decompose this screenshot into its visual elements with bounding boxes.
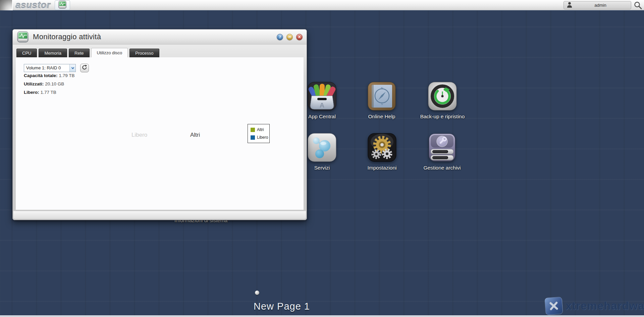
- stat-free: Libero:1.77 TB: [24, 90, 56, 95]
- refresh-icon: [82, 64, 88, 72]
- window-title: Monitoraggio attività: [33, 33, 101, 41]
- legend-swatch-libero: [251, 135, 255, 140]
- desktop-icon-label: Online Help: [358, 114, 405, 120]
- desktop-icon-label: Back-up e ripristino: [419, 114, 466, 120]
- watermark: xtremehardware.it: [545, 297, 644, 315]
- minimize-button[interactable]: [286, 34, 293, 40]
- desktop-icon-settings[interactable]: Impostazioni: [359, 132, 406, 171]
- page-indicator-dot[interactable]: [255, 291, 259, 295]
- legend-item-altri: Altri: [251, 127, 268, 132]
- storage-manager-icon: [427, 158, 457, 164]
- search-icon: [634, 5, 642, 11]
- activity-monitor-icon: [17, 31, 29, 43]
- desktop: Informazioni di sistema A App Central: [0, 11, 644, 317]
- online-help-icon: N S: [367, 107, 397, 112]
- volume-select-value: Volume 1: RAID 0: [24, 64, 69, 72]
- backup-restore-icon: [427, 107, 458, 112]
- refresh-button[interactable]: [80, 64, 89, 72]
- svg-text:A: A: [320, 102, 324, 109]
- bottom-edge-strip: [0, 315, 644, 317]
- minimize-icon: [288, 37, 291, 38]
- desktop-icon-label: Impostazioni: [359, 165, 406, 171]
- chart-legend: Altri Libero: [248, 124, 270, 143]
- pie-label-libero: Libero: [131, 132, 147, 138]
- user-menu-button[interactable]: admin: [564, 1, 631, 9]
- tab-memoria[interactable]: Memoria: [39, 49, 67, 57]
- legend-item-libero: Libero: [251, 135, 268, 140]
- user-label: admin: [573, 3, 628, 8]
- legend-swatch-altri: [251, 128, 255, 132]
- user-icon: [567, 1, 573, 9]
- app-central-icon: A: [307, 107, 337, 112]
- window-titlebar[interactable]: Monitoraggio attività ? ✕: [13, 29, 307, 45]
- window-footer: [13, 211, 306, 219]
- watermark-logo-icon: [544, 297, 563, 315]
- disk-usage-panel: Volume 1: RAID 0 Capacità totale:1.79 TB…: [16, 57, 304, 210]
- settings-icon: [367, 158, 397, 164]
- tab-cpu[interactable]: CPU: [16, 49, 37, 57]
- close-button[interactable]: ✕: [296, 34, 303, 40]
- desktop-icon-online-help[interactable]: N S Online Help: [358, 81, 405, 120]
- taskbar-task-activity-monitor[interactable]: [55, 0, 70, 10]
- stat-total-capacity: Capacità totale:1.79 TB: [24, 73, 75, 78]
- svg-text:N: N: [381, 86, 383, 90]
- pie-label-altri: Altri: [190, 132, 200, 138]
- stat-used: Utilizzati:20.10 GB: [24, 81, 64, 86]
- desktop-icon-backup-restore[interactable]: Back-up e ripristino: [419, 81, 466, 120]
- page-label: New Page 1: [231, 301, 332, 312]
- tab-rete[interactable]: Rete: [69, 49, 89, 57]
- desktop-icon-storage-manager[interactable]: Gestione archivi: [419, 132, 466, 171]
- chevron-down-icon: [69, 64, 75, 72]
- tabstrip: CPU Memoria Rete Utilizzo disco Processo: [13, 45, 307, 57]
- taskbar-corner-cap: [0, 0, 13, 10]
- tab-utilizzo-disco[interactable]: Utilizzo disco: [91, 48, 128, 57]
- help-button[interactable]: ?: [277, 34, 283, 40]
- activity-monitor-window: Monitoraggio attività ? ✕ CPU Memoria Re…: [12, 29, 307, 220]
- watermark-text: xtremehardware.it: [566, 300, 644, 312]
- tab-processo[interactable]: Processo: [129, 49, 159, 57]
- volume-select[interactable]: Volume 1: RAID 0: [24, 64, 76, 72]
- desktop-icon-label: Gestione archivi: [419, 165, 466, 171]
- taskbar: asustor admin: [0, 0, 644, 10]
- search-button[interactable]: [634, 1, 642, 10]
- services-icon: [307, 158, 337, 164]
- asustor-logo: asustor: [15, 0, 51, 11]
- activity-monitor-icon: [58, 0, 67, 10]
- svg-text:S: S: [381, 102, 383, 106]
